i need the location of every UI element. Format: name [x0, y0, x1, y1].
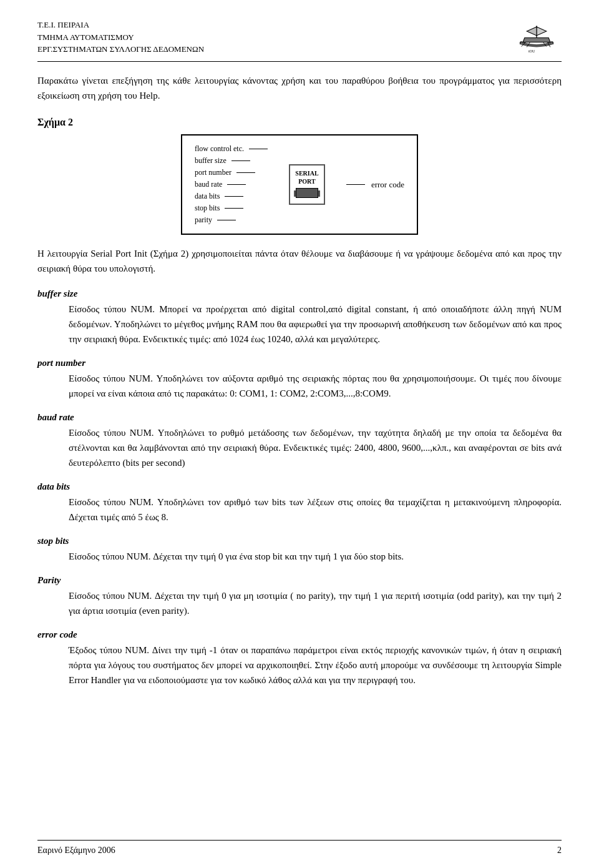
footer-page-number: 2: [557, 846, 562, 856]
diag-row-port: port number: [195, 168, 268, 177]
param-buffer-size-title: buffer size: [37, 289, 562, 299]
diag-line-baud: [227, 184, 246, 185]
diag-row-stop: stop bits: [195, 204, 268, 213]
param-data-bits: data bits Είσοδος τύπου NUM. Υποδηλώνει …: [37, 481, 562, 525]
diag-label-stop: stop bits: [195, 204, 220, 213]
param-baud-rate: baud rate Είσοδος τύπου NUM. Υποδηλώνει …: [37, 412, 562, 470]
param-data-bits-title: data bits: [37, 481, 562, 492]
diag-row-parity: parity: [195, 215, 268, 225]
diag-label-data: data bits: [195, 192, 220, 201]
logo-area: tOU: [512, 19, 562, 56]
param-baud-rate-body: Είσοδος τύπου NUM. Υποδηλώνει το ρυθμό μ…: [37, 425, 562, 470]
param-baud-rate-title: baud rate: [37, 412, 562, 423]
diag-line-parity: [217, 220, 236, 220]
diag-line-stop: [225, 208, 243, 209]
param-error-code: error code Έξοδος τύπου NUM. Δίνει την τ…: [37, 629, 562, 688]
param-parity-body: Είσοδος τύπου NUM. Δέχεται την τιμή 0 γι…: [37, 588, 562, 618]
diag-row-data: data bits: [195, 192, 268, 201]
param-parity-title: Parity: [37, 575, 562, 586]
svg-text:tOU: tOU: [528, 49, 535, 53]
desc-paragraph: Η λειτουργία Serial Port Init (Σχήμα 2) …: [37, 246, 562, 276]
diag-label-buffer: buffer size: [195, 156, 226, 165]
footer-semester: Εαρινό Εξάμηνο 2006: [37, 846, 115, 856]
diag-row-flow: flow control etc.: [195, 144, 268, 154]
ship-icon: tOU: [515, 21, 558, 55]
diag-line-flow: [249, 149, 268, 149]
param-port-number: port number Είσοδος τύπου NUM. Υποδηλώνε…: [37, 358, 562, 401]
diag-line-data: [225, 196, 243, 197]
param-stop-bits-title: stop bits: [37, 536, 562, 546]
param-stop-bits-body: Είσοδος τύπου NUM. Δέχεται την τιμή 0 γι…: [37, 549, 562, 564]
diagram-inputs: flow control etc. buffer size port numbe…: [195, 144, 268, 225]
param-parity: Parity Είσοδος τύπου NUM. Δέχεται την τι…: [37, 575, 562, 618]
serial-port-box: SERIALPORT: [289, 164, 324, 205]
diagram-figure: flow control etc. buffer size port numbe…: [181, 134, 418, 235]
chip-icon: [296, 188, 318, 198]
params-list: buffer size Είσοδος τύπου NUM. Μπορεί να…: [37, 289, 562, 688]
param-buffer-size: buffer size Είσοδος τύπου NUM. Μπορεί να…: [37, 289, 562, 347]
diag-label-port: port number: [195, 168, 231, 177]
error-code-output: error code: [346, 180, 404, 190]
param-stop-bits: stop bits Είσοδος τύπου NUM. Δέχεται την…: [37, 536, 562, 564]
schema-label: Σχήμα 2: [37, 117, 562, 128]
intro-paragraph: Παρακάτω γίνεται επεξήγηση της κάθε λειτ…: [37, 73, 562, 103]
diag-row-buffer: buffer size: [195, 156, 268, 165]
institution-line2: ΤΜΗΜΑ ΑΥΤΟΜΑΤΙΣΜΟΥ: [37, 31, 204, 44]
param-buffer-size-body: Είσοδος τύπου NUM. Μπορεί να προέρχεται …: [37, 302, 562, 347]
param-port-number-body: Είσοδος τύπου NUM. Υποδηλώνει τον αύξοντ…: [37, 371, 562, 401]
institution-info: Τ.Ε.Ι. ΠΕΙΡΑΙΑ ΤΜΗΜΑ ΑΥΤΟΜΑΤΙΣΜΟΥ ΕΡΓ.ΣΥ…: [37, 19, 204, 56]
serial-port-label: SERIALPORT: [295, 169, 318, 185]
diag-label-baud: baud rate: [195, 180, 222, 189]
institution-line3: ΕΡΓ.ΣΥΣΤΗΜΑΤΩΝ ΣΥΛΛΟΓΗΣ ΔΕΔΟΜΕΝΩΝ: [37, 43, 204, 56]
param-error-code-title: error code: [37, 629, 562, 640]
diag-line-buffer: [231, 160, 250, 161]
param-error-code-body: Έξοδος τύπου NUM. Δίνει την τιμή -1 όταν…: [37, 643, 562, 688]
page-footer: Εαρινό Εξάμηνο 2006 2: [37, 840, 562, 856]
diag-label-parity: parity: [195, 215, 212, 225]
diag-label-flow: flow control etc.: [195, 144, 244, 154]
error-code-label: error code: [371, 180, 404, 190]
diag-row-baud: baud rate: [195, 180, 268, 189]
param-data-bits-body: Είσοδος τύπου NUM. Υποδηλώνει τον αριθμό…: [37, 495, 562, 525]
diag-line-error: [346, 184, 365, 185]
diag-line-port: [236, 172, 255, 173]
page-header: Τ.Ε.Ι. ΠΕΙΡΑΙΑ ΤΜΗΜΑ ΑΥΤΟΜΑΤΙΣΜΟΥ ΕΡΓ.ΣΥ…: [37, 19, 562, 62]
param-port-number-title: port number: [37, 358, 562, 368]
institution-line1: Τ.Ε.Ι. ΠΕΙΡΑΙΑ: [37, 19, 204, 31]
